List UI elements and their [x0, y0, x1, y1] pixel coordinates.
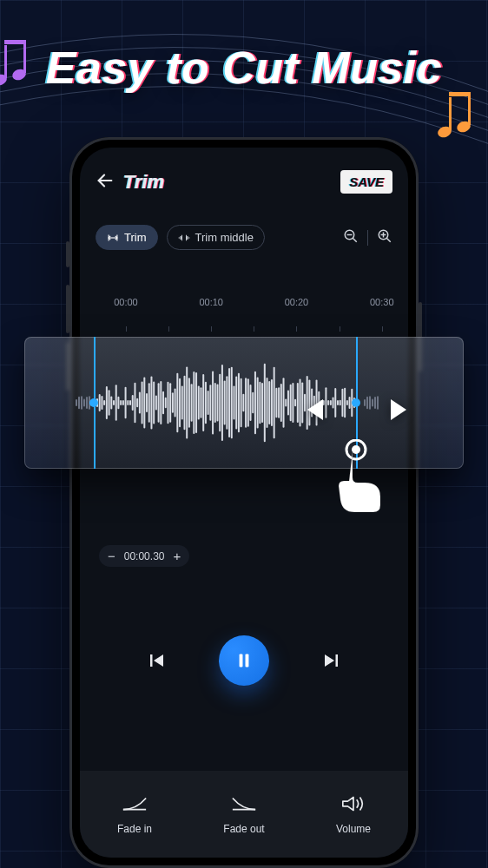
ruler-mark: 00:10 — [199, 297, 223, 307]
fade-out-label: Fade out — [223, 823, 264, 835]
phone-side-button — [66, 241, 69, 267]
skip-next-button[interactable] — [316, 645, 347, 676]
volume-icon — [340, 794, 366, 816]
hero-title: Easy to Cut Music — [0, 42, 488, 94]
mode-trim-middle-button[interactable]: Trim middle — [167, 225, 265, 250]
svg-rect-28 — [336, 654, 339, 667]
svg-rect-25 — [150, 654, 153, 667]
time-position-chip: − 00:00.30 + — [99, 545, 189, 567]
mode-trim-middle-label: Trim middle — [195, 231, 254, 244]
waveform-editor[interactable] — [24, 337, 464, 469]
play-pause-button[interactable] — [219, 635, 269, 686]
svg-line-22 — [386, 238, 391, 242]
playback-controls — [80, 635, 408, 686]
save-button[interactable]: SAVE — [340, 170, 392, 194]
fade-out-button[interactable]: Fade out — [189, 771, 299, 858]
mode-trim-button[interactable]: Trim — [96, 225, 158, 250]
trim-end-handle-dot[interactable] — [352, 398, 360, 407]
fade-out-icon — [231, 794, 257, 816]
time-value: 00:00.30 — [124, 550, 165, 562]
divider — [367, 230, 368, 246]
phone-side-button — [66, 285, 69, 333]
pointer-hand-icon — [330, 439, 398, 516]
time-ruler[interactable]: 00:00 00:10 00:20 00:30 — [80, 297, 408, 332]
svg-line-19 — [353, 238, 357, 242]
time-increase-button[interactable]: + — [173, 549, 181, 562]
ruler-mark: 00:30 — [370, 297, 394, 307]
zoom-out-icon[interactable] — [343, 228, 359, 247]
page-title: Trim — [123, 171, 164, 194]
mode-trim-label: Trim — [124, 231, 147, 244]
back-arrow-icon[interactable] — [96, 171, 115, 194]
fade-in-icon — [122, 794, 148, 816]
skip-previous-button[interactable] — [141, 645, 172, 676]
bottom-toolbar: Fade in Fade out Volume — [80, 771, 408, 858]
trim-start-handle-dot[interactable] — [89, 398, 98, 407]
ruler-mark: 00:20 — [285, 297, 309, 307]
ruler-mark: 00:00 — [114, 297, 138, 307]
zoom-in-icon[interactable] — [377, 228, 392, 247]
time-decrease-button[interactable]: − — [108, 549, 115, 562]
trim-mode-group: Trim Trim middle — [96, 225, 265, 250]
drag-left-arrow-icon — [297, 391, 335, 429]
zoom-controls — [343, 228, 392, 247]
svg-rect-27 — [246, 654, 249, 667]
fade-in-button[interactable]: Fade in — [80, 771, 189, 858]
volume-label: Volume — [336, 823, 371, 835]
drag-right-arrow-icon — [379, 391, 417, 429]
header: Trim SAVE — [80, 148, 408, 199]
svg-rect-26 — [240, 654, 243, 667]
fade-in-label: Fade in — [117, 823, 152, 835]
volume-button[interactable]: Volume — [299, 771, 408, 858]
